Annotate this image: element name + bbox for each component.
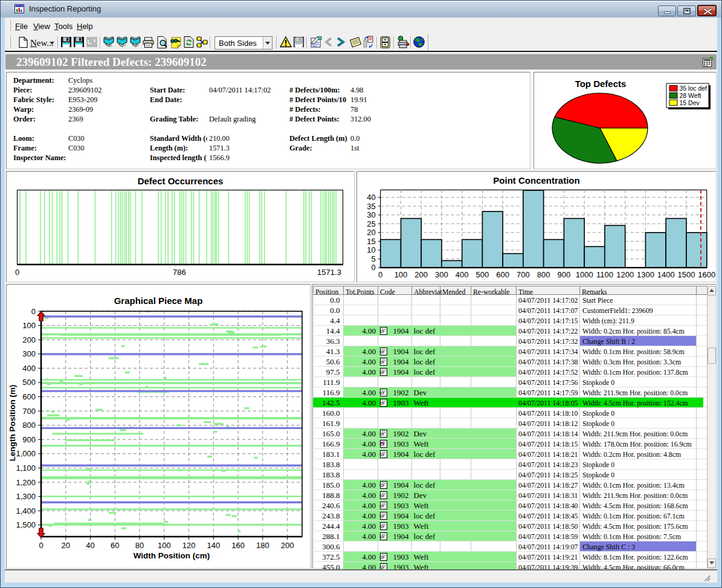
svg-text:0: 0 <box>31 307 36 316</box>
svg-text:1,400: 1,400 <box>16 506 36 515</box>
svg-text:180: 180 <box>256 541 269 550</box>
svg-text:1,100: 1,100 <box>16 464 36 473</box>
svg-text:200: 200 <box>281 541 294 550</box>
svg-text:60: 60 <box>111 541 119 550</box>
svg-text:900: 900 <box>22 435 36 444</box>
svg-text:300: 300 <box>435 270 448 279</box>
svg-text:100: 100 <box>395 270 408 279</box>
svg-text:200: 200 <box>22 335 36 344</box>
svg-text:900: 900 <box>558 270 571 279</box>
svg-text:0: 0 <box>378 270 382 279</box>
svg-text:XML: XML <box>106 44 113 47</box>
svg-text:786: 786 <box>173 268 186 277</box>
svg-text:1400: 1400 <box>657 270 675 279</box>
svg-text:120: 120 <box>182 541 196 550</box>
svg-text:0: 0 <box>371 263 375 272</box>
svg-text:800: 800 <box>22 421 36 430</box>
svg-text:400: 400 <box>22 364 36 373</box>
svg-text:400: 400 <box>456 270 469 279</box>
svg-text:15: 15 <box>367 237 375 246</box>
svg-text:1,000: 1,000 <box>16 449 36 458</box>
svg-text:1000: 1000 <box>576 270 593 279</box>
svg-text:Width Position (cm): Width Position (cm) <box>134 551 210 560</box>
svg-text:1600: 1600 <box>698 270 715 279</box>
svg-text:1200: 1200 <box>616 270 634 279</box>
svg-text:15 Dev: 15 Dev <box>680 99 700 106</box>
svg-text:1500: 1500 <box>678 270 695 279</box>
svg-text:200: 200 <box>414 270 428 279</box>
svg-text:28 Weft: 28 Weft <box>680 92 701 99</box>
svg-text:600: 600 <box>22 392 36 401</box>
svg-text:1,500: 1,500 <box>16 520 36 529</box>
svg-text:100: 100 <box>22 321 36 330</box>
svg-text:35 loc def: 35 loc def <box>680 85 707 92</box>
svg-text:800: 800 <box>537 270 550 279</box>
svg-text:1,200: 1,200 <box>16 478 36 487</box>
svg-text:700: 700 <box>22 407 36 416</box>
svg-text:500: 500 <box>22 378 36 387</box>
svg-text:80: 80 <box>135 541 144 550</box>
svg-text:0: 0 <box>15 268 19 277</box>
svg-text:160: 160 <box>231 541 245 550</box>
svg-text:40: 40 <box>367 193 375 202</box>
svg-text:1300: 1300 <box>637 270 654 279</box>
svg-text:5: 5 <box>371 254 375 263</box>
svg-text:600: 600 <box>496 270 509 279</box>
svg-text:1,300: 1,300 <box>16 492 36 501</box>
svg-text:1571.3: 1571.3 <box>317 268 341 277</box>
svg-text:500: 500 <box>476 270 489 279</box>
svg-text:40: 40 <box>86 541 94 550</box>
svg-text:700: 700 <box>517 270 530 279</box>
svg-text:CSV: CSV <box>120 44 126 47</box>
svg-text:100: 100 <box>158 541 171 550</box>
svg-text:Length Position (m): Length Position (m) <box>8 385 17 462</box>
svg-text:30: 30 <box>367 210 375 219</box>
svg-text:20: 20 <box>367 228 375 237</box>
svg-text:25: 25 <box>367 219 375 228</box>
svg-text:300: 300 <box>22 349 36 358</box>
svg-text:20: 20 <box>62 541 70 550</box>
svg-text:35: 35 <box>367 202 375 211</box>
svg-text:0: 0 <box>39 541 43 550</box>
svg-text:1100: 1100 <box>596 270 613 279</box>
svg-text:PDF: PDF <box>133 44 139 47</box>
svg-text:10: 10 <box>367 245 375 254</box>
svg-text:140: 140 <box>207 541 220 550</box>
